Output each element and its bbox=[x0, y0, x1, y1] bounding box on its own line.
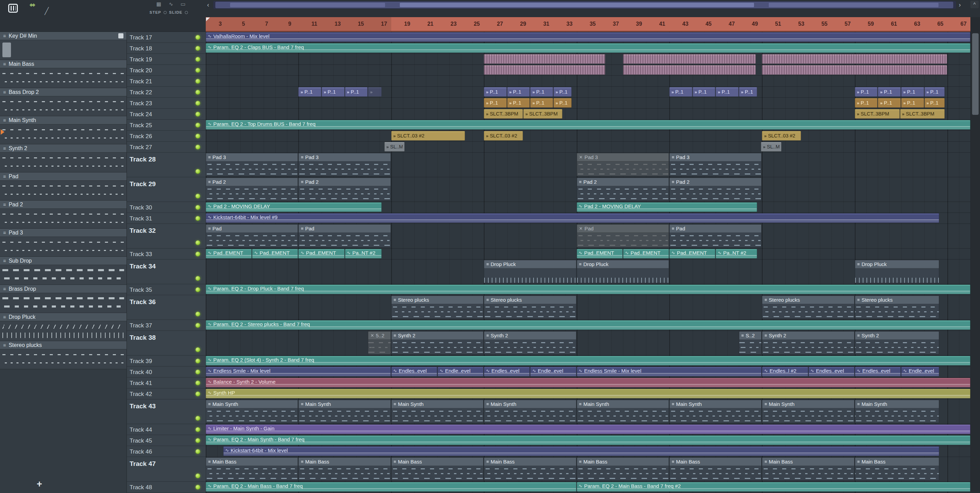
pattern-clip[interactable]: ≡Pad 2 bbox=[206, 178, 298, 201]
pattern-clip[interactable]: »P..1 bbox=[554, 87, 572, 97]
pattern-clip[interactable]: ≡Main Synth bbox=[577, 400, 669, 423]
pattern-clip[interactable]: ≡Main Synth bbox=[298, 400, 391, 423]
automation-clip[interactable]: ∿Endless Smile - Mix level bbox=[206, 367, 391, 377]
mute-led[interactable] bbox=[196, 359, 200, 363]
pattern-clip[interactable]: ≡Main Synth bbox=[855, 400, 939, 423]
track-header-row[interactable]: Track 28 bbox=[127, 153, 206, 177]
automation-clip[interactable]: ∿Endles..l #2 bbox=[762, 367, 808, 377]
automation-clip[interactable]: ∿Endle..evel bbox=[901, 367, 939, 377]
picker-item-header[interactable]: ≡Bass Drop 2 bbox=[0, 88, 127, 96]
pattern-clip[interactable]: »SL..M bbox=[384, 142, 405, 151]
mute-led[interactable] bbox=[196, 79, 200, 84]
pattern-picker-icon[interactable]: ◆◆ bbox=[30, 2, 34, 7]
vertical-scrollbar[interactable] bbox=[970, 32, 980, 493]
automation-clip[interactable]: ∿Kickstart-64bit - Mix level #9 bbox=[206, 213, 939, 223]
pattern-clip[interactable]: ≡Main Bass bbox=[762, 457, 854, 481]
picker-item[interactable]: ≡Synth 2 bbox=[0, 144, 127, 172]
pattern-clip[interactable]: ≡Main Synth bbox=[484, 400, 576, 423]
picker-item[interactable]: ≡Bass Drop 2 bbox=[0, 88, 127, 116]
pattern-clip[interactable]: »P..1 bbox=[484, 98, 507, 108]
pattern-clip[interactable]: ≡Pad 3 bbox=[669, 153, 762, 176]
picker-item-header[interactable]: ≡Sub Drop bbox=[0, 257, 127, 265]
pattern-clip[interactable]: »P..1 bbox=[693, 87, 716, 97]
automation-clip[interactable]: ∿Param. EQ 2 - Stereo plucks - Band 7 fr… bbox=[206, 320, 970, 330]
track-lane[interactable]: ∿Pad 2 - MOVING DELAY∿Pad 2 - MOVING DEL… bbox=[206, 202, 970, 213]
pattern-clip[interactable]: »P..1 bbox=[484, 87, 507, 97]
track-header-row[interactable]: Track 47 bbox=[127, 457, 206, 482]
picker-item-header[interactable]: ≡Main Synth bbox=[0, 116, 127, 124]
track-header-row[interactable]: Track 27 bbox=[127, 142, 206, 153]
mute-led[interactable] bbox=[196, 145, 200, 149]
mute-led[interactable] bbox=[196, 240, 200, 245]
track-lane[interactable]: »SLCT..03 #2»SLCT..03 #2»SLCT..03 #2 bbox=[206, 130, 970, 142]
pattern-clip[interactable]: ≡Main Bass bbox=[855, 457, 939, 481]
pattern-clip[interactable]: »P..1 bbox=[507, 87, 530, 97]
mute-led[interactable] bbox=[196, 35, 200, 40]
picker-item-header[interactable]: ≡Pad 2 bbox=[0, 200, 127, 209]
pattern-clip[interactable]: »P..1 bbox=[878, 98, 901, 108]
track-lane[interactable] bbox=[206, 54, 970, 65]
playlist-grid[interactable]: ∿ValhallaRoom - Mix level∿Param. EQ 2 - … bbox=[206, 32, 970, 493]
track-lane[interactable]: ≡Stereo plucks≡Stereo plucks≡Stereo pluc… bbox=[206, 295, 970, 320]
mute-led[interactable] bbox=[196, 194, 200, 199]
mute-led[interactable] bbox=[196, 101, 200, 106]
pattern-clip[interactable]: ≡Pad bbox=[206, 224, 298, 248]
pattern-clip[interactable]: »SLCT..3BPM bbox=[523, 109, 562, 119]
track-lane[interactable]: ∿Balance - Synth 2 - Volume bbox=[206, 377, 970, 388]
pattern-clip[interactable]: ≡Drop Pluck bbox=[484, 260, 576, 283]
track-header-row[interactable]: Track 23 bbox=[127, 98, 206, 109]
automation-clip[interactable]: ∿Pad..EMENT bbox=[252, 249, 298, 259]
pattern-clip[interactable]: »P..1 bbox=[901, 98, 924, 108]
track-lane[interactable]: ∿Kickstart-64bit - Mix level bbox=[206, 446, 970, 457]
mute-led[interactable] bbox=[196, 134, 200, 138]
automation-clip[interactable]: ∿Param. EQ 2 - Main Bass - Band 7 freq bbox=[206, 482, 576, 491]
mute-led[interactable] bbox=[196, 123, 200, 127]
track-lane[interactable]: ∿Pad..EMENT∿Pad..EMENT∿Pad..EMENT∿Pa..NT… bbox=[206, 248, 970, 259]
pattern-clip[interactable]: ≡Pad 2 bbox=[298, 178, 391, 201]
track-lane[interactable]: »SL..M»SL..M bbox=[206, 142, 970, 153]
audio-clip[interactable] bbox=[762, 65, 947, 75]
timeline-ruler[interactable]: 3579111315171921232527293133353739414345… bbox=[206, 17, 970, 32]
pattern-clip[interactable]: »P..1 bbox=[507, 98, 530, 108]
picker-item-header[interactable]: ≡Synth 2 bbox=[0, 144, 127, 153]
automation-clip[interactable]: ∿Endle..evel bbox=[438, 367, 484, 377]
pattern-clip[interactable]: »P..1 bbox=[855, 87, 878, 97]
track-lane[interactable]: ≡Pad≡Pad✕Pad≡Pad bbox=[206, 224, 970, 248]
pattern-clip[interactable]: »P..1 bbox=[345, 87, 368, 97]
mute-led[interactable] bbox=[196, 323, 200, 328]
track-header-row[interactable]: Track 35 bbox=[127, 284, 206, 295]
automation-clip[interactable]: ∿Synth HP bbox=[206, 389, 970, 398]
track-lane[interactable]: ∿Param. EQ 2 - Claps BUS - Band 7 freq bbox=[206, 43, 970, 54]
pattern-clip[interactable]: »SLCT..3BPM bbox=[484, 109, 523, 119]
audio-clip[interactable] bbox=[484, 65, 605, 75]
horizontal-scrollbar[interactable] bbox=[213, 1, 956, 9]
track-lane[interactable]: »SLCT..3BPM»SLCT..3BPM»SLCT..3BPM»SLCT..… bbox=[206, 109, 970, 120]
mute-led[interactable] bbox=[196, 416, 200, 421]
add-button[interactable]: + bbox=[33, 479, 46, 490]
pattern-clip[interactable]: »P..1 bbox=[901, 87, 924, 97]
hscroll-right-arrow[interactable]: › bbox=[959, 2, 961, 8]
mute-led[interactable] bbox=[196, 474, 200, 478]
track-header-row[interactable]: Track 45 bbox=[127, 435, 206, 446]
pattern-clip[interactable]: ≡Synth 2 bbox=[855, 331, 939, 355]
pattern-clip[interactable]: ≡Pad 2 bbox=[577, 178, 669, 201]
mute-led[interactable] bbox=[196, 438, 200, 443]
pattern-clip[interactable]: ≡Main Bass bbox=[669, 457, 762, 481]
mute-led[interactable] bbox=[196, 205, 200, 210]
picker-item[interactable]: ≡Sub Drop bbox=[0, 257, 127, 285]
automation-clip[interactable]: ∿Pad..EMENT bbox=[577, 249, 623, 259]
pattern-clip[interactable]: ≡Stereo plucks bbox=[391, 296, 484, 319]
picker-item-header[interactable]: ≡Stereo plucks bbox=[0, 341, 127, 349]
grid-tool-icon[interactable]: ▦ bbox=[156, 1, 161, 7]
picker-item[interactable]: ≡Main Bass bbox=[0, 60, 127, 88]
automation-clip[interactable]: ∿Limiter - Main Synth - Gain bbox=[206, 425, 970, 434]
pattern-clip[interactable]: ≡Stereo plucks bbox=[762, 296, 854, 319]
automation-clip[interactable]: ∿Param. EQ 2 - Top Drums BUS - Band 7 fr… bbox=[206, 120, 970, 130]
track-header-row[interactable]: Track 22 bbox=[127, 87, 206, 98]
audio-clip[interactable] bbox=[484, 54, 605, 64]
mute-led[interactable] bbox=[196, 216, 200, 221]
track-lane[interactable]: ∿Param. EQ 2 (Slot 4) - Synth 2 - Band 7… bbox=[206, 356, 970, 366]
hscroll-left-arrow[interactable]: ‹ bbox=[207, 2, 209, 8]
mute-led[interactable] bbox=[196, 449, 200, 454]
automation-clip[interactable]: ∿Pad..EMENT bbox=[669, 249, 715, 259]
